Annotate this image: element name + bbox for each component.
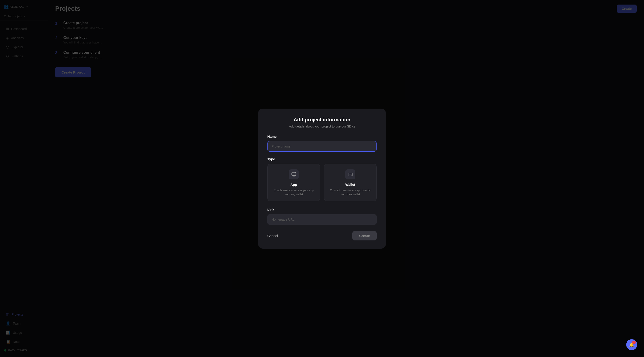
app-icon — [289, 169, 299, 179]
notification-button[interactable]: 🔔 1 — [626, 339, 637, 350]
app-type-desc: Enable users to access your app from any… — [271, 188, 316, 196]
modal-overlay[interactable]: Add project information Add details abou… — [0, 0, 644, 357]
wallet-type-title: Wallet — [345, 183, 355, 186]
notification-badge: 1 — [632, 341, 636, 344]
modal-title: Add project information — [267, 117, 377, 123]
add-project-modal: Add project information Add details abou… — [258, 109, 386, 249]
homepage-url-input[interactable] — [267, 214, 377, 225]
modal-footer: Cancel Create — [267, 231, 377, 240]
name-label: Name — [267, 135, 377, 138]
app-type-title: App — [290, 183, 297, 186]
svg-rect-0 — [292, 172, 296, 176]
cancel-button[interactable]: Cancel — [267, 234, 278, 238]
type-option-wallet[interactable]: Wallet Connect users to any app directly… — [324, 164, 377, 201]
wallet-icon — [345, 169, 355, 179]
modal-subtitle: Add details about your project to use ou… — [267, 125, 377, 128]
project-name-input[interactable] — [267, 141, 377, 152]
type-options: App Enable users to access your app from… — [267, 164, 377, 201]
modal-create-button[interactable]: Create — [352, 231, 377, 240]
svg-rect-1 — [348, 173, 352, 176]
type-label: Type — [267, 157, 377, 161]
link-label: Link — [267, 208, 377, 212]
svg-point-2 — [351, 175, 352, 175]
wallet-type-desc: Connect users to any app directly from t… — [328, 188, 373, 196]
type-option-app[interactable]: App Enable users to access your app from… — [267, 164, 320, 201]
